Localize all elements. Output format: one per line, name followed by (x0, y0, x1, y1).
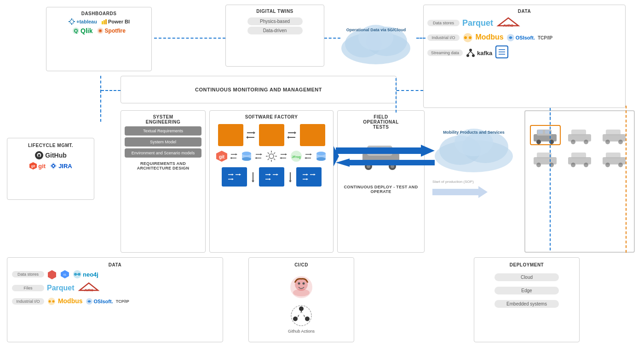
svg-marker-52 (310, 153, 312, 155)
continuous-monitoring-box: CONTINUOUS MONITORING AND MANAGEMENT (121, 76, 397, 103)
files-label-bottom: Files (12, 285, 44, 291)
cicd-title: CI/CD (253, 262, 349, 267)
car-2 (564, 125, 595, 145)
svg-marker-35 (253, 131, 255, 134)
svg-marker-76 (336, 159, 435, 167)
svg-marker-36 (246, 136, 248, 139)
svg-point-77 (35, 151, 43, 159)
blue-block-1 (222, 167, 247, 187)
data-top-box: DATA Data stores Parquet AVRO Industrial… (423, 5, 626, 108)
orange-blocks-row (213, 124, 329, 146)
svg-point-122 (49, 300, 51, 303)
system-engineering-box: SYSTEMENGINEERING Textual Requirements S… (121, 110, 206, 253)
cicd-box: CI/CD (248, 257, 354, 342)
orange-block-1 (218, 124, 243, 146)
deployment-title: DEPLOYMENT (479, 262, 575, 267)
tableau-icon: +tableau (68, 18, 97, 25)
svg-line-26 (471, 51, 473, 54)
svg-point-129 (302, 283, 305, 285)
blue-block-2 (259, 167, 284, 187)
svg-point-15 (99, 30, 101, 32)
svg-point-99 (618, 140, 623, 144)
svg-point-106 (571, 163, 575, 167)
svg-marker-41 (236, 153, 237, 155)
git-icon: git git (29, 162, 46, 170)
orange-block-3 (300, 124, 325, 146)
jira-label: JIRA (58, 163, 72, 170)
spotfire-icon: Spotfire (97, 27, 126, 34)
svg-marker-135 (303, 315, 306, 318)
cicd-content: Github Actions (253, 274, 349, 334)
svg-marker-58 (239, 174, 241, 176)
deployment-items: Cloud Edge Embedded systems (479, 272, 575, 309)
svg-marker-64 (306, 174, 308, 176)
dashboards-title: DASHBOARDS (50, 11, 148, 16)
svg-point-98 (605, 140, 610, 144)
parquet-logo-top: Parquet (462, 18, 493, 28)
orange-dashed-vert (626, 106, 627, 253)
svg-text:git: git (31, 164, 35, 168)
kafka-logo-top: kafka (466, 48, 492, 58)
cloud-tag: Cloud (494, 273, 559, 281)
svg-point-24 (472, 54, 475, 57)
svg-marker-37 (294, 131, 296, 134)
svg-marker-59 (252, 181, 254, 182)
bold-arrow-left (336, 159, 435, 167)
spotfire-label: Spotfire (105, 28, 126, 34)
svg-point-23 (466, 54, 469, 57)
git-label: git (38, 163, 46, 170)
car-6 (598, 149, 629, 167)
svg-rect-0 (71, 18, 72, 20)
svg-point-128 (298, 283, 300, 285)
svg-point-117 (78, 273, 80, 276)
svg-point-22 (469, 49, 472, 51)
svg-text:Q: Q (74, 28, 78, 34)
dev-tools-row: git JFrog (213, 150, 329, 163)
dashboards-logos-row2: Q Qlik Spotfire (50, 27, 148, 34)
svg-rect-6 (73, 20, 74, 21)
car-5 (564, 149, 595, 167)
svg-rect-7 (70, 23, 71, 23)
car-4 (530, 149, 561, 167)
data-bottom-title: DATA (12, 262, 218, 267)
dashed-right-vert (396, 78, 397, 113)
deployment-box: DEPLOYMENT Cloud Edge Embedded systems (474, 257, 580, 342)
environment-models-card: Environment and Scenario models (125, 148, 201, 158)
car-3 (598, 125, 629, 145)
data-top-row3: Streaming data kafka (427, 45, 621, 61)
software-factory-box: SOFTWARE FACTORY git JFrog (209, 110, 334, 253)
svg-rect-93 (571, 130, 586, 136)
svg-rect-9 (104, 20, 105, 24)
edge-tag: Edge (494, 287, 559, 294)
data-bottom-box: DATA Data stores 01 neo4j Files Parquet … (7, 257, 223, 342)
svg-marker-42 (230, 157, 232, 159)
digital-twins-box: DIGITAL TWINS Physics-based Data-driven (225, 5, 324, 67)
avro-logo-top: AVRO (496, 16, 521, 30)
dashed-left-vert (100, 90, 101, 113)
svg-rect-1 (71, 23, 72, 25)
arrow-cm-left (101, 90, 121, 91)
mobility-cloud-area: Mobility Products and Services (428, 117, 520, 186)
svg-rect-3 (73, 21, 75, 22)
svg-point-133 (293, 317, 298, 321)
cars-grid (525, 120, 634, 172)
field-tests-title: FIELDOPERATIONALTESTS (341, 114, 420, 130)
arrow-cloud-data (416, 38, 426, 39)
operational-cloud: Operational Data via 5G/Cloud (336, 14, 416, 64)
system-engineering-title: SYSTEMENGINEERING (125, 114, 201, 125)
industrial-io-label-bottom: Industrial I/O (12, 298, 44, 305)
digital-twins-items: Physics-based Data-driven (230, 17, 320, 34)
qlik-icon: Q Qlik (72, 27, 92, 34)
osisoft-logo-bottom: OSIsoft. (86, 298, 113, 305)
arrow-twins-cloud (324, 38, 340, 39)
modbus-logo-top: Modbus (462, 32, 504, 43)
svg-marker-53 (305, 157, 306, 159)
bold-arrow-right (336, 145, 435, 157)
car-grid-area (524, 110, 635, 253)
neo4j-logo: neo4j (73, 270, 98, 279)
svg-rect-4 (70, 20, 71, 21)
sop-text: Start of production (SOP) (432, 179, 488, 184)
svg-marker-66 (314, 174, 316, 176)
svg-point-102 (536, 163, 541, 167)
svg-point-80 (52, 165, 54, 167)
